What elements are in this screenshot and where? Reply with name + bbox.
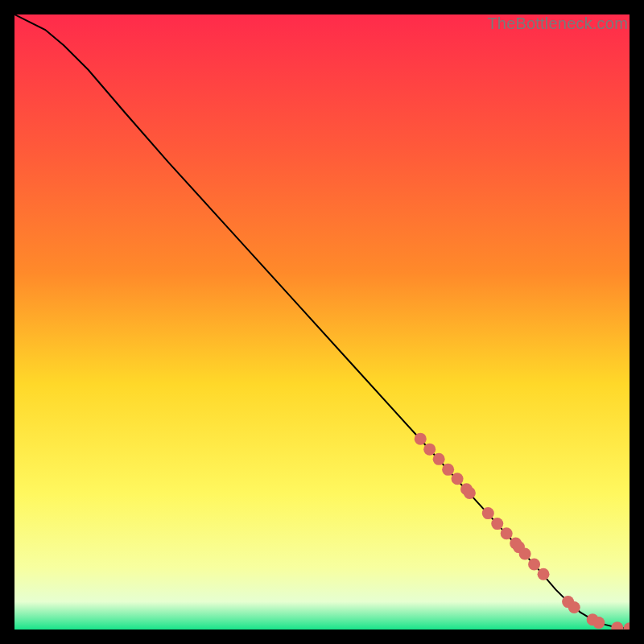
chart-svg	[14, 14, 630, 630]
watermark-text: TheBottleneck.com	[487, 14, 628, 33]
chart-frame: TheBottleneck.com	[14, 14, 630, 630]
data-marker	[538, 568, 550, 580]
data-marker	[423, 444, 436, 456]
data-marker	[452, 473, 464, 485]
data-marker	[464, 487, 476, 499]
data-marker	[442, 464, 454, 476]
data-marker	[528, 559, 540, 571]
data-marker	[519, 548, 531, 560]
data-marker	[433, 453, 445, 465]
gradient-background	[14, 14, 630, 630]
data-marker	[592, 617, 605, 629]
data-marker	[415, 433, 427, 445]
data-marker	[501, 527, 513, 539]
data-marker	[491, 518, 503, 530]
data-marker	[482, 507, 494, 519]
data-marker	[568, 601, 580, 613]
